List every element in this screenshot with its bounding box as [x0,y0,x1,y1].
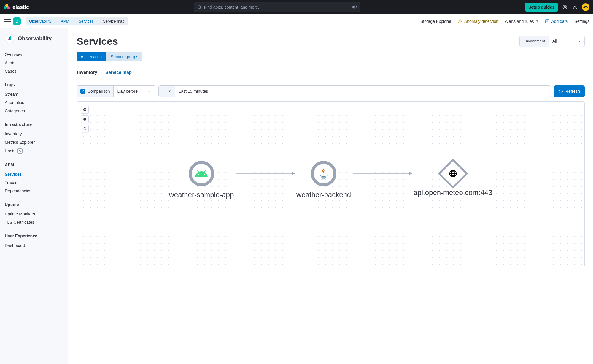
sidebar-item-dashboard[interactable]: Dashboard [5,241,63,250]
sub-left: D Observability APM Services Service map [4,17,128,25]
alerts-label: Alerts and rules [505,19,534,24]
node-label: api.open-meteo.com:443 [414,189,492,197]
page-header: Services Environment All [77,36,585,47]
service-map-canvas[interactable]: weather-sample-app weather-backend api.o… [77,101,585,267]
search-shortcut: ⌘/ [352,5,357,9]
sidebar-title: Observability [18,36,52,42]
java-icon [317,167,330,180]
settings-link[interactable]: Settings [574,19,589,24]
refresh-icon [559,89,563,94]
map-content: weather-sample-app weather-backend api.o… [169,161,492,199]
add-data-label: Add data [551,19,568,24]
date-quick-button[interactable]: ▼ [159,86,175,97]
sidebar-item-metrics-explorer[interactable]: Metrics Explorer [5,138,63,146]
group-title-logs: Logs [5,82,63,87]
sidebar-header[interactable]: Observability [5,34,63,43]
anomaly-label: Anomaly detection [464,19,498,24]
date-range-value[interactable]: Last 15 minutes [175,86,551,97]
add-data-link[interactable]: Add data [545,19,568,24]
setup-guides-button[interactable]: Setup guides [525,3,558,12]
sidebar-item-cases[interactable]: Cases [5,67,63,75]
page-title: Services [77,36,118,47]
globe-icon [449,169,457,178]
svg-rect-10 [9,37,10,40]
breadcrumbs: Observability APM Services Service map [26,17,128,25]
sidebar-group-infrastructure: Infrastructure Inventory Metrics Explore… [5,122,63,155]
node-shape [189,161,214,186]
sidebar-item-inventory[interactable]: Inventory [5,130,63,138]
logo-icon [4,4,10,10]
sidebar-item-alerts[interactable]: Alerts [5,59,63,67]
zoom-in-button[interactable] [81,106,89,114]
elastic-logo[interactable]: elastic [4,4,29,10]
alerts-rules-link[interactable]: Alerts and rules ▼ [505,19,538,24]
pill-all-services[interactable]: All services [77,52,106,61]
group-title-infra: Infrastructure [5,122,63,127]
sub-right: Storage Explorer Anomaly detection Alert… [420,19,589,24]
chevron-down-icon: ▼ [168,90,171,93]
sub-tabs: Inventory Service map [77,67,585,78]
fit-button[interactable] [81,125,89,132]
pill-service-groups[interactable]: Service groups [106,52,142,61]
sidebar-item-tls-certs[interactable]: TLS Certificates [5,218,63,226]
sidebar-item-services[interactable]: Services [5,170,63,178]
refresh-button[interactable]: Refresh [554,85,585,97]
edge-arrow [236,173,295,174]
comparison-select[interactable]: Day before [114,86,155,97]
breadcrumb-services[interactable]: Services [73,17,98,25]
zoom-out-button[interactable] [81,115,89,123]
node-label: weather-backend [296,191,351,199]
env-label: Environment [520,36,549,47]
anomaly-detection-link[interactable]: Anomaly detection [458,19,498,24]
android-icon [195,167,208,181]
sidebar-item-hosts[interactable]: Hosts [5,146,63,155]
svg-point-21 [84,128,86,130]
sidebar-item-uptime-monitors[interactable]: Uptime Monitors [5,210,63,218]
sidebar-item-dependencies[interactable]: Dependencies [5,187,63,195]
service-node-java[interactable]: weather-backend [296,161,351,199]
brand-text: elastic [12,4,29,10]
sidebar-item-traces[interactable]: Traces [5,178,63,187]
date-picker: ▼ Last 15 minutes [158,85,551,97]
global-search[interactable]: ⌘/ [194,2,360,12]
search-icon [197,5,202,9]
sidebar-group-ux: User Experience Dashboard [5,234,63,250]
svg-point-5 [460,22,461,23]
user-avatar[interactable]: AW [582,3,589,11]
beta-icon [17,148,23,154]
sidebar-item-overview[interactable]: Overview [5,50,63,59]
refresh-label: Refresh [565,89,580,94]
help-icon[interactable] [572,4,578,10]
comparison-label: Comparison [88,89,110,94]
environment-picker: Environment All [519,36,585,47]
observability-icon [5,34,14,43]
service-node-external[interactable]: api.open-meteo.com:443 [414,163,492,197]
comparison-toggle[interactable]: ✓ Comparison [77,86,114,97]
checkbox-checked-icon: ✓ [80,89,85,94]
nav-toggle-button[interactable] [4,18,11,25]
controls-row: ✓ Comparison Day before ▼ Last 15 minute… [77,85,585,97]
svg-rect-11 [10,36,11,40]
svg-rect-12 [163,90,166,93]
env-select[interactable]: All [549,36,584,47]
chevron-down-icon: ▼ [535,20,538,23]
sidebar-item-anomalies[interactable]: Anomalies [5,98,63,107]
sidebar-item-categories[interactable]: Categories [5,107,63,115]
storage-explorer-link[interactable]: Storage Explorer [420,19,451,24]
search-input[interactable] [204,5,350,9]
breadcrumb-apm[interactable]: APM [55,17,73,25]
hosts-label: Hosts [5,149,15,153]
breadcrumb-observability[interactable]: Observability [26,17,55,25]
newsfeed-icon[interactable] [562,4,568,10]
calendar-icon [162,89,167,94]
layout: Observability Overview Alerts Cases Logs… [0,28,593,364]
tab-inventory[interactable]: Inventory [77,67,98,78]
plus-icon [83,108,87,111]
space-selector[interactable]: D [13,17,21,25]
service-node-android[interactable]: weather-sample-app [169,161,234,199]
node-label: weather-sample-app [169,191,234,199]
sidebar-item-stream[interactable]: Stream [5,90,63,98]
group-title-apm: APM [5,162,63,167]
tab-service-map[interactable]: Service map [105,67,132,78]
target-icon [83,127,87,131]
